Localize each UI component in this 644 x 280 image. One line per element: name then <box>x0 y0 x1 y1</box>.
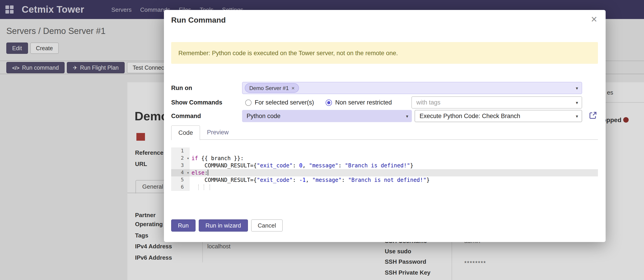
line-number: 2▾ <box>171 155 190 162</box>
code-line-content[interactable] <box>190 184 598 191</box>
radio-label: Non server restricted <box>335 99 392 106</box>
code-line-5[interactable]: 5 COMMAND_RESULT={"exit_code": -1, "mess… <box>171 176 598 184</box>
code-editor[interactable]: 12▾if {{ branch }}:3 COMMAND_RESULT={"ex… <box>171 148 598 191</box>
chevron-down-icon[interactable]: ▾ <box>576 85 578 90</box>
code-line-content[interactable]: COMMAND_RESULT={"exit_code": -1, "messag… <box>190 176 598 184</box>
chevron-down-icon: ▾ <box>576 100 578 105</box>
run-on-label: Run on <box>171 82 192 94</box>
run-command-modal: Run Command ✕ Remember: Python code is e… <box>164 10 606 242</box>
code-line-4[interactable]: 4▾else: <box>171 169 598 176</box>
fold-arrow-icon[interactable]: ▾ <box>187 169 189 176</box>
code-line-2[interactable]: 2▾if {{ branch }}: <box>171 155 598 162</box>
tab-code[interactable]: Code <box>171 125 200 140</box>
code-line-1[interactable]: 1 <box>171 148 598 155</box>
screen: Cetmix Tower ServersCommandsFilesToolsSe… <box>0 0 644 280</box>
code-line-3[interactable]: 3 COMMAND_RESULT={"exit_code": 0, "messa… <box>171 162 598 169</box>
server-tag[interactable]: Demo Server #1 × <box>245 83 299 93</box>
indent-guide <box>204 185 204 190</box>
modal-title: Run Command <box>171 16 226 25</box>
code-line-content[interactable] <box>190 148 598 155</box>
indent-guide <box>210 185 210 190</box>
cancel-button[interactable]: Cancel <box>251 219 283 232</box>
indent-guide <box>198 185 199 190</box>
radio-icon <box>245 99 252 106</box>
warning-banner: Remember: Python code is executed on the… <box>171 42 598 64</box>
line-number: 3 <box>171 162 190 169</box>
show-commands-label: Show Commands <box>171 96 222 108</box>
chevron-down-icon: ▾ <box>576 113 578 118</box>
modal-footer: Run Run in wizard Cancel <box>171 219 283 232</box>
line-number: 5 <box>171 176 190 184</box>
remove-tag-icon[interactable]: × <box>292 85 295 91</box>
line-number: 6 <box>171 184 190 191</box>
with-tags-placeholder: with tags <box>416 99 440 106</box>
radio-selected-icon <box>326 99 332 106</box>
modal-tabs: Code Preview <box>171 125 598 140</box>
command-select[interactable]: Execute Python Code: Check Branch ▾ <box>414 110 582 122</box>
with-tags-select[interactable]: with tags ▾ <box>412 96 582 108</box>
chevron-down-icon: ▾ <box>406 113 408 118</box>
run-on-field[interactable]: Demo Server #1 × ▾ <box>242 82 582 94</box>
command-value: Execute Python Code: Check Branch <box>420 113 520 119</box>
line-number: 4▾ <box>171 169 190 176</box>
text-cursor <box>208 170 208 176</box>
show-commands-radios: For selected server(s) Non server restri… <box>245 96 392 108</box>
server-tag-label: Demo Server #1 <box>249 85 289 91</box>
run-in-wizard-button[interactable]: Run in wizard <box>199 219 248 232</box>
command-label: Command <box>171 110 201 122</box>
radio-non-server-restricted[interactable]: Non server restricted <box>326 99 392 106</box>
radio-for-selected-servers[interactable]: For selected server(s) <box>245 99 314 106</box>
line-number: 1 <box>171 148 190 155</box>
tab-preview[interactable]: Preview <box>200 125 236 139</box>
fold-arrow-icon[interactable]: ▾ <box>187 155 189 162</box>
code-line-content[interactable]: else: <box>190 169 598 176</box>
code-line-content[interactable]: if {{ branch }}: <box>190 155 598 162</box>
close-icon[interactable]: ✕ <box>588 13 600 26</box>
run-button[interactable]: Run <box>171 219 196 232</box>
open-record-icon[interactable] <box>589 111 597 119</box>
code-line-content[interactable]: COMMAND_RESULT={"exit_code": 0, "message… <box>190 162 598 169</box>
command-type-value: Python code <box>246 113 280 119</box>
radio-label: For selected server(s) <box>255 99 314 106</box>
command-type-select[interactable]: Python code ▾ <box>242 110 412 122</box>
code-line-6[interactable]: 6 <box>171 184 598 191</box>
